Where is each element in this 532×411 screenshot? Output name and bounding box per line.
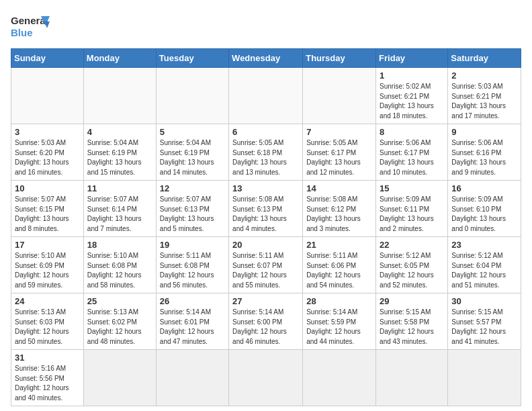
day-number: 29	[380, 296, 444, 306]
day-info: Sunrise: 5:12 AM Sunset: 6:05 PM Dayligh…	[380, 251, 444, 290]
day-cell: 10Sunrise: 5:07 AM Sunset: 6:15 PM Dayli…	[11, 181, 84, 237]
day-info: Sunrise: 5:15 AM Sunset: 5:57 PM Dayligh…	[451, 308, 517, 347]
day-info: Sunrise: 5:04 AM Sunset: 6:19 PM Dayligh…	[87, 138, 152, 177]
day-number: 5	[160, 127, 225, 137]
day-cell: 4Sunrise: 5:04 AM Sunset: 6:19 PM Daylig…	[83, 124, 156, 181]
day-info: Sunrise: 5:04 AM Sunset: 6:19 PM Dayligh…	[160, 138, 225, 177]
logo-svg: General Blue	[11, 11, 51, 43]
day-cell	[83, 68, 156, 124]
day-info: Sunrise: 5:10 AM Sunset: 6:09 PM Dayligh…	[15, 251, 80, 290]
day-info: Sunrise: 5:15 AM Sunset: 5:58 PM Dayligh…	[380, 308, 444, 347]
weekday-header-thursday: Thursday	[303, 49, 376, 68]
day-number: 22	[380, 240, 444, 250]
day-cell	[448, 350, 521, 406]
day-cell: 31Sunrise: 5:16 AM Sunset: 5:56 PM Dayli…	[11, 350, 84, 406]
day-cell: 26Sunrise: 5:14 AM Sunset: 6:01 PM Dayli…	[156, 293, 228, 350]
day-info: Sunrise: 5:03 AM Sunset: 6:21 PM Dayligh…	[451, 82, 517, 121]
day-number: 12	[160, 183, 225, 193]
day-info: Sunrise: 5:03 AM Sunset: 6:20 PM Dayligh…	[15, 138, 80, 177]
day-number: 25	[87, 296, 152, 306]
day-info: Sunrise: 5:09 AM Sunset: 6:10 PM Dayligh…	[451, 195, 517, 234]
day-info: Sunrise: 5:05 AM Sunset: 6:17 PM Dayligh…	[306, 138, 372, 177]
weekday-header-tuesday: Tuesday	[156, 49, 228, 68]
day-cell	[303, 68, 376, 124]
day-info: Sunrise: 5:09 AM Sunset: 6:11 PM Dayligh…	[380, 195, 444, 234]
day-cell	[156, 68, 228, 124]
day-cell: 14Sunrise: 5:08 AM Sunset: 6:12 PM Dayli…	[303, 181, 376, 237]
day-info: Sunrise: 5:14 AM Sunset: 6:00 PM Dayligh…	[232, 308, 299, 347]
week-row-5: 31Sunrise: 5:16 AM Sunset: 5:56 PM Dayli…	[11, 350, 521, 406]
day-cell	[156, 350, 228, 406]
day-number: 14	[306, 183, 372, 193]
week-row-2: 10Sunrise: 5:07 AM Sunset: 6:15 PM Dayli…	[11, 181, 521, 237]
day-number: 13	[232, 183, 299, 193]
day-info: Sunrise: 5:14 AM Sunset: 5:59 PM Dayligh…	[306, 308, 372, 347]
day-info: Sunrise: 5:02 AM Sunset: 6:21 PM Dayligh…	[380, 82, 444, 121]
calendar-table: SundayMondayTuesdayWednesdayThursdayFrid…	[11, 48, 521, 406]
day-cell: 15Sunrise: 5:09 AM Sunset: 6:11 PM Dayli…	[376, 181, 448, 237]
day-cell: 21Sunrise: 5:11 AM Sunset: 6:06 PM Dayli…	[303, 237, 376, 293]
day-number: 3	[15, 127, 80, 137]
day-number: 9	[451, 127, 517, 137]
day-number: 4	[87, 127, 152, 137]
day-cell: 5Sunrise: 5:04 AM Sunset: 6:19 PM Daylig…	[156, 124, 228, 181]
day-number: 26	[160, 296, 225, 306]
day-cell: 28Sunrise: 5:14 AM Sunset: 5:59 PM Dayli…	[303, 293, 376, 350]
day-cell: 1Sunrise: 5:02 AM Sunset: 6:21 PM Daylig…	[376, 68, 448, 124]
day-cell: 9Sunrise: 5:06 AM Sunset: 6:16 PM Daylig…	[448, 124, 521, 181]
day-cell: 18Sunrise: 5:10 AM Sunset: 6:08 PM Dayli…	[83, 237, 156, 293]
day-cell: 29Sunrise: 5:15 AM Sunset: 5:58 PM Dayli…	[376, 293, 448, 350]
weekday-header-monday: Monday	[83, 49, 156, 68]
day-number: 30	[451, 296, 517, 306]
day-cell	[303, 350, 376, 406]
day-number: 17	[15, 240, 80, 250]
day-number: 8	[380, 127, 444, 137]
day-cell: 27Sunrise: 5:14 AM Sunset: 6:00 PM Dayli…	[229, 293, 303, 350]
day-number: 28	[306, 296, 372, 306]
day-cell: 30Sunrise: 5:15 AM Sunset: 5:57 PM Dayli…	[448, 293, 521, 350]
day-cell: 6Sunrise: 5:05 AM Sunset: 6:18 PM Daylig…	[229, 124, 303, 181]
day-cell: 3Sunrise: 5:03 AM Sunset: 6:20 PM Daylig…	[11, 124, 84, 181]
day-cell: 12Sunrise: 5:07 AM Sunset: 6:13 PM Dayli…	[156, 181, 228, 237]
day-number: 31	[15, 353, 80, 363]
day-cell	[11, 68, 84, 124]
day-info: Sunrise: 5:06 AM Sunset: 6:17 PM Dayligh…	[380, 138, 444, 177]
day-number: 2	[451, 71, 517, 81]
day-cell: 2Sunrise: 5:03 AM Sunset: 6:21 PM Daylig…	[448, 68, 521, 124]
day-info: Sunrise: 5:12 AM Sunset: 6:04 PM Dayligh…	[451, 251, 517, 290]
day-number: 6	[232, 127, 299, 137]
day-info: Sunrise: 5:13 AM Sunset: 6:03 PM Dayligh…	[15, 308, 80, 347]
day-cell: 8Sunrise: 5:06 AM Sunset: 6:17 PM Daylig…	[376, 124, 448, 181]
day-info: Sunrise: 5:07 AM Sunset: 6:14 PM Dayligh…	[87, 195, 152, 234]
day-info: Sunrise: 5:11 AM Sunset: 6:06 PM Dayligh…	[306, 251, 372, 290]
day-info: Sunrise: 5:11 AM Sunset: 6:07 PM Dayligh…	[232, 251, 299, 290]
day-number: 23	[451, 240, 517, 250]
day-number: 16	[451, 183, 517, 193]
day-info: Sunrise: 5:08 AM Sunset: 6:12 PM Dayligh…	[306, 195, 372, 234]
day-cell: 24Sunrise: 5:13 AM Sunset: 6:03 PM Dayli…	[11, 293, 84, 350]
day-info: Sunrise: 5:11 AM Sunset: 6:08 PM Dayligh…	[160, 251, 225, 290]
day-cell: 17Sunrise: 5:10 AM Sunset: 6:09 PM Dayli…	[11, 237, 84, 293]
logo: General Blue	[11, 11, 51, 43]
day-number: 27	[232, 296, 299, 306]
svg-text:Blue: Blue	[11, 27, 33, 38]
day-number: 15	[380, 183, 444, 193]
week-row-3: 17Sunrise: 5:10 AM Sunset: 6:09 PM Dayli…	[11, 237, 521, 293]
day-info: Sunrise: 5:07 AM Sunset: 6:13 PM Dayligh…	[160, 195, 225, 234]
weekday-header-row: SundayMondayTuesdayWednesdayThursdayFrid…	[11, 49, 521, 68]
day-cell: 16Sunrise: 5:09 AM Sunset: 6:10 PM Dayli…	[448, 181, 521, 237]
day-info: Sunrise: 5:07 AM Sunset: 6:15 PM Dayligh…	[15, 195, 80, 234]
weekday-header-sunday: Sunday	[11, 49, 84, 68]
weekday-header-friday: Friday	[376, 49, 448, 68]
day-number: 20	[232, 240, 299, 250]
day-number: 7	[306, 127, 372, 137]
day-number: 10	[15, 183, 80, 193]
day-cell: 11Sunrise: 5:07 AM Sunset: 6:14 PM Dayli…	[83, 181, 156, 237]
day-cell: 13Sunrise: 5:08 AM Sunset: 6:13 PM Dayli…	[229, 181, 303, 237]
day-info: Sunrise: 5:14 AM Sunset: 6:01 PM Dayligh…	[160, 308, 225, 347]
header: General Blue	[11, 11, 521, 43]
day-number: 18	[87, 240, 152, 250]
day-cell: 22Sunrise: 5:12 AM Sunset: 6:05 PM Dayli…	[376, 237, 448, 293]
day-cell: 20Sunrise: 5:11 AM Sunset: 6:07 PM Dayli…	[229, 237, 303, 293]
day-cell	[83, 350, 156, 406]
